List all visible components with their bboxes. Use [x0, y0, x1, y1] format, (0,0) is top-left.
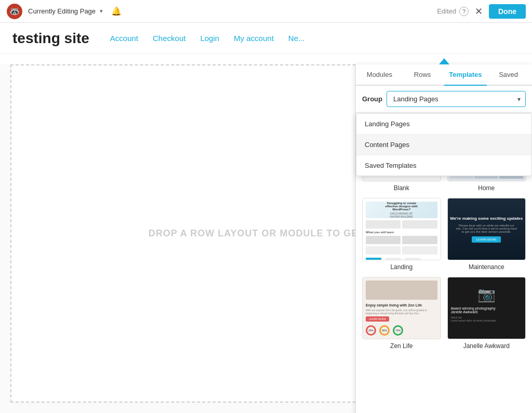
nav-link-account[interactable]: Account	[110, 34, 138, 43]
dropdown-item-landing[interactable]: Landing Pages	[356, 114, 531, 135]
svg-text:🦝: 🦝	[9, 6, 20, 16]
editing-page-title: Currently Editing Page	[28, 7, 96, 15]
site-title: testing site	[12, 30, 89, 47]
template-home-label: Home	[447, 184, 526, 192]
nav-link-more[interactable]: Ne...	[288, 34, 305, 43]
nav-links: Account Checkout Login My account Ne...	[110, 34, 305, 43]
group-select[interactable]: Landing Pages Content Pages Saved Templa…	[387, 91, 526, 107]
nav-link-myaccount[interactable]: My account	[234, 34, 274, 43]
panel-tabs: Modules Rows Templates Saved	[356, 64, 532, 86]
tab-templates[interactable]: Templates	[444, 64, 487, 86]
tab-modules[interactable]: Modules	[358, 64, 401, 85]
help-icon[interactable]: ?	[459, 7, 469, 16]
drop-zone-text: DROP A ROW LAYOUT OR MODULE TO GET S...	[149, 228, 383, 239]
template-maintenance[interactable]: We're making some exciting updates Pleas…	[447, 198, 526, 271]
dropdown-item-content[interactable]: Content Pages	[356, 135, 531, 155]
template-maintenance-thumb: We're making some exciting updates Pleas…	[447, 198, 526, 260]
tab-saved[interactable]: Saved	[487, 64, 530, 85]
panel-caret	[439, 58, 449, 64]
camera-icon: 📷	[451, 281, 523, 303]
template-blank-label: Blank	[362, 184, 441, 192]
tab-rows[interactable]: Rows	[401, 64, 444, 85]
close-icon[interactable]: ✕	[475, 7, 483, 16]
edited-label: Edited	[437, 7, 456, 15]
template-landing[interactable]: Struggling to createeffective designs wi…	[362, 198, 441, 271]
group-label: Group	[362, 95, 382, 103]
group-dropdown: Landing Pages Content Pages Saved Templa…	[356, 113, 532, 176]
template-janelle-label: Janelle Awkward	[447, 342, 526, 350]
template-landing-label: Landing	[362, 263, 441, 271]
nav-bar: testing site Account Checkout Login My a…	[0, 23, 532, 54]
group-select-wrapper: Landing Pages Content Pages Saved Templa…	[387, 91, 526, 107]
title-chevron-icon[interactable]: ▾	[100, 8, 103, 15]
top-bar: 🦝 Currently Editing Page ▾ 🔔 Edited ? ✕ …	[0, 0, 532, 23]
dropdown-item-saved[interactable]: Saved Templates	[356, 155, 531, 176]
template-janelle[interactable]: 📷 Award winning photography Janelle Awkw…	[447, 277, 526, 350]
template-landing-thumb: Struggling to createeffective designs wi…	[362, 198, 441, 260]
app-logo: 🦝	[6, 3, 23, 20]
group-selector: Group Landing Pages Content Pages Saved …	[356, 86, 532, 113]
template-maintenance-label: Maintenance	[447, 263, 526, 271]
done-button[interactable]: Done	[489, 4, 526, 19]
bell-icon[interactable]: 🔔	[111, 6, 122, 16]
template-zenlife[interactable]: Enjoy simple living with Zen Life With o…	[362, 277, 441, 350]
template-janelle-thumb: 📷 Award winning photography Janelle Awkw…	[447, 277, 526, 339]
template-zenlife-label: Zen Life	[362, 342, 441, 350]
main-content: DROP A ROW LAYOUT OR MODULE TO GET S... …	[0, 64, 532, 413]
template-zenlife-thumb: Enjoy simple living with Zen Life With o…	[362, 277, 441, 339]
nav-link-login[interactable]: Login	[200, 34, 219, 43]
template-panel: Modules Rows Templates Saved Group Landi…	[355, 64, 532, 413]
nav-link-checkout[interactable]: Checkout	[153, 34, 185, 43]
